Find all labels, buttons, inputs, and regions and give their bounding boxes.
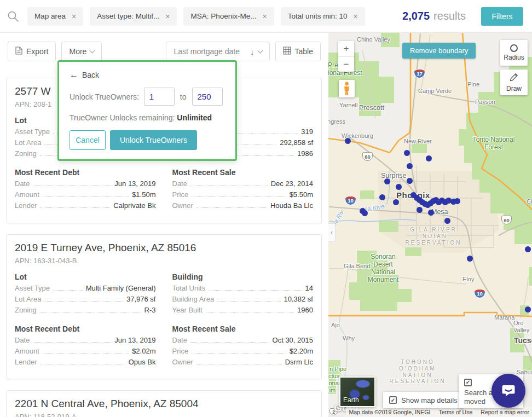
table-view-button[interactable]: Table [275, 42, 321, 61]
section-header: Most Recent Sale [172, 168, 314, 177]
detail-value: Jun 13, 2019 [114, 336, 155, 344]
dotted-leader [33, 186, 111, 186]
filter-chip[interactable]: Asset type: Multif...× [90, 7, 177, 26]
detail-label: Year Built [172, 306, 203, 314]
detail-label: Zoning [15, 149, 37, 158]
detail-value: Multi Family (General) [86, 284, 156, 292]
unlock-to-input[interactable] [192, 88, 223, 106]
export-button[interactable]: Export [8, 42, 56, 61]
terms-of-use-link[interactable]: Terms of Use [438, 409, 472, 415]
map-marker[interactable] [396, 184, 402, 190]
detail-row: Amount$1.50m [15, 190, 156, 201]
map-marker[interactable] [525, 246, 531, 252]
detail-label: Lot Area [15, 138, 41, 147]
detail-label: Building Area [172, 295, 215, 303]
map-marker[interactable] [345, 138, 351, 144]
search-icon[interactable] [7, 10, 20, 23]
chevron-down-icon [257, 48, 263, 53]
map-marker[interactable] [426, 155, 432, 161]
export-icon [15, 47, 22, 56]
property-card[interactable]: 2201 N Central Ave, Phoenix, AZ 85004 AP… [7, 390, 322, 417]
detail-value: $1.50m [132, 190, 155, 199]
collapse-panel-handle[interactable]: ‹ [328, 223, 336, 242]
detail-label: Lender [15, 358, 37, 366]
map-marker[interactable] [454, 198, 460, 204]
chat-widget-button[interactable] [491, 374, 525, 408]
detail-row: ZoningR-3 [15, 306, 156, 317]
detail-value: R-3 [144, 306, 156, 314]
chip-close-icon[interactable]: × [263, 12, 267, 21]
chip-close-icon[interactable]: × [72, 12, 76, 21]
detail-label: Amount [15, 190, 39, 199]
to-label: to [180, 92, 187, 101]
property-apn: APN: 163-31-043-B [15, 257, 313, 265]
cancel-button[interactable]: Cancel [70, 130, 106, 150]
back-button[interactable]: ← Back [70, 70, 225, 80]
zoom-out-button[interactable]: − [338, 56, 354, 72]
filter-chip[interactable]: Total units min: 10× [281, 7, 365, 26]
map-marker[interactable] [407, 163, 413, 169]
map-marker[interactable] [384, 178, 390, 184]
detail-row: DateOct 30, 2015 [172, 336, 314, 347]
map-marker[interactable] [362, 210, 368, 216]
zoom-in-button[interactable]: + [338, 41, 354, 56]
remove-boundary-button[interactable]: Remove boundary [402, 43, 476, 59]
dotted-leader [40, 207, 110, 208]
show-map-details-toggle[interactable]: ✓ Show map details [383, 392, 464, 408]
sale-section: Most Recent Sale DateDec 23, 2014Price$5… [172, 168, 314, 212]
checkbox-checked-icon[interactable]: ✓ [389, 396, 397, 404]
dotted-leader [192, 353, 286, 354]
filter-chip[interactable]: MSA: Phoenix-Me...× [183, 7, 274, 26]
more-button[interactable]: More [61, 42, 102, 61]
map-marker[interactable] [417, 207, 423, 213]
unlocks-remaining: TrueOwner Unlocks remaining: Unlimited [70, 113, 225, 122]
checkbox-checked-icon[interactable]: ✓ [464, 379, 472, 386]
detail-row: DateDec 23, 2014 [172, 179, 314, 190]
draw-label: Draw [506, 85, 522, 92]
chip-close-icon[interactable]: × [354, 12, 358, 21]
filter-chip[interactable]: Map area× [27, 7, 83, 26]
map-marker[interactable] [428, 210, 434, 216]
map-marker[interactable] [393, 199, 399, 205]
map-marker[interactable] [407, 178, 413, 184]
chip-close-icon[interactable]: × [165, 12, 170, 21]
sort-dropdown[interactable]: Last mortgage date ↓ [166, 42, 269, 61]
map-marker[interactable] [404, 150, 410, 156]
earth-view-toggle[interactable]: Earth [339, 377, 375, 407]
map-marker[interactable] [379, 194, 385, 200]
map-canvas[interactable]: Chino ValleyPrescott National ForestCamp… [328, 33, 532, 417]
unlock-from-input[interactable] [144, 88, 175, 106]
property-card[interactable]: 2019 E Turney Ave, Phoenix, AZ 85016 APN… [7, 234, 322, 379]
detail-label: Date [172, 336, 187, 344]
section-header: Most Recent Sale [172, 325, 314, 334]
detail-label: Owner [172, 201, 193, 210]
detail-label: Price [172, 347, 189, 355]
map-marker[interactable] [444, 218, 450, 224]
zoom-control: + − [338, 41, 354, 72]
dotted-leader [192, 196, 286, 197]
detail-row: Asset TypeMulti Family (General) [15, 284, 156, 295]
draw-tool-button[interactable]: Draw [500, 70, 528, 95]
filter-chip-label: MSA: Phoenix-Me... [190, 12, 256, 20]
detail-label: Owner [172, 358, 193, 366]
detail-row: Building Area10,382 sf [172, 295, 314, 306]
radius-tool-button[interactable]: Radius [500, 40, 528, 66]
report-map-error-link[interactable]: Report a map error [481, 409, 529, 415]
unlock-trueowners-button[interactable]: Unlock TrueOwners [110, 130, 197, 150]
detail-label: Total Units [172, 284, 206, 292]
filters-button[interactable]: Filters [481, 7, 523, 26]
detail-value: $5.50m [290, 190, 313, 199]
debt-section: Most Recent Debt DateJun 13, 2019Amount$… [15, 168, 156, 212]
detail-value: 37,976 sf [126, 295, 156, 303]
dotted-leader [196, 207, 267, 208]
detail-value: 292,858 sf [280, 138, 313, 147]
dotted-leader [190, 342, 269, 343]
detail-label: Date [15, 179, 30, 188]
section-header: Lot [15, 273, 156, 282]
dotted-leader [209, 290, 302, 291]
pegman-streetview-button[interactable] [339, 80, 355, 97]
map-marker[interactable] [525, 306, 531, 312]
property-title: 2019 E Turney Ave, Phoenix, AZ 85016 [15, 242, 313, 254]
detail-row: LenderOpus Bk [15, 358, 156, 369]
map-marker[interactable] [467, 256, 473, 262]
